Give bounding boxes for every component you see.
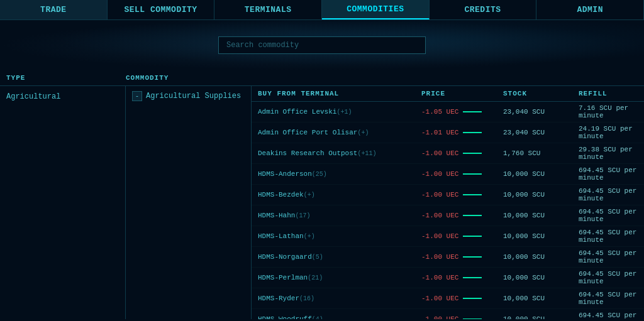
- nav-admin[interactable]: Admin: [536, 0, 644, 19]
- data-table: BUY FROM TERMINAL PRICE STOCK REFILL Adm…: [252, 86, 644, 319]
- nav-terminals[interactable]: Terminals: [214, 0, 322, 19]
- terminal-name: Admin Office Levski(+1): [258, 108, 421, 116]
- price-cell: -1.01 UEC: [421, 129, 503, 136]
- terminal-name: HDMS-Hahn(17): [258, 212, 421, 219]
- col-commodity-header: COMMODITY: [126, 74, 644, 82]
- stock-cell: 10,000 SCU: [503, 212, 579, 219]
- commodity-name-row: - Agricultural Supplies: [132, 91, 245, 101]
- table-row[interactable]: HDMS-Ryder(16) -1.00 UEC 10,000 SCU 694.…: [252, 288, 644, 309]
- table-row[interactable]: HDMS-Lathan(+) -1.00 UEC 10,000 SCU 694.…: [252, 226, 644, 247]
- terminal-name: HDMS-Woodruff(4): [258, 315, 421, 319]
- refill-cell: 7.16 SCU per minute: [579, 104, 638, 119]
- table-row[interactable]: Admin Office Levski(+1) -1.05 UEC 23,040…: [252, 102, 644, 122]
- stock-cell: 23,040 SCU: [503, 108, 579, 116]
- terminal-name: HDMS-Norgaard(5): [258, 253, 421, 261]
- stock-cell: 10,000 SCU: [503, 191, 579, 199]
- price-cell: -1.00 UEC: [421, 232, 503, 240]
- table-row[interactable]: HDMS-Bezdek(+) -1.00 UEC 10,000 SCU 694.…: [252, 185, 644, 205]
- terminal-name: HDMS-Anderson(25): [258, 170, 421, 178]
- stock-cell: 10,000 SCU: [503, 170, 579, 178]
- price-cell: -1.05 UEC: [421, 108, 503, 116]
- price-cell: -1.00 UEC: [421, 170, 503, 178]
- hero-area: [0, 20, 644, 70]
- stock-cell: 10,000 SCU: [503, 274, 579, 281]
- refill-cell: 694.45 SCU per minute: [579, 166, 638, 182]
- price-cell: -1.00 UEC: [421, 315, 503, 319]
- refill-cell: 694.45 SCU per minute: [579, 312, 638, 319]
- table-row[interactable]: Deakins Research Outpost(+11) -1.00 UEC …: [252, 143, 644, 164]
- nav-sell-commodity[interactable]: Sell Commodity: [108, 0, 215, 19]
- terminal-name: HDMS-Lathan(+): [258, 232, 421, 240]
- stock-cell: 23,040 SCU: [503, 129, 579, 136]
- sidebar-item-agricultural[interactable]: Agricultural: [6, 91, 119, 102]
- nav-commodities[interactable]: Commodities: [322, 0, 430, 19]
- commodity-panel: - Agricultural Supplies: [126, 86, 252, 319]
- price-cell: -1.00 UEC: [421, 191, 503, 199]
- refill-cell: 694.45 SCU per minute: [579, 187, 638, 202]
- main-content: Agricultural - Agricultural Supplies BUY…: [0, 86, 644, 319]
- refill-cell: 694.45 SCU per minute: [579, 291, 638, 306]
- table-row[interactable]: HDMS-Woodruff(4) -1.00 UEC 10,000 SCU 69…: [252, 309, 644, 319]
- buy-header-refill: REFILL: [579, 90, 638, 97]
- terminal-name: HDMS-Perlman(21): [258, 274, 421, 281]
- commodity-name-label: Agricultural Supplies: [146, 92, 241, 101]
- sidebar: Agricultural: [0, 86, 126, 319]
- buy-section-header: BUY FROM TERMINAL PRICE STOCK REFILL: [252, 86, 644, 102]
- price-cell: -1.00 UEC: [421, 212, 503, 219]
- price-cell: -1.00 UEC: [421, 150, 503, 157]
- price-cell: -1.00 UEC: [421, 274, 503, 281]
- nav-credits[interactable]: Credits: [430, 0, 537, 19]
- terminal-name: HDMS-Bezdek(+): [258, 191, 421, 199]
- buy-header-price: PRICE: [421, 90, 503, 97]
- table-row[interactable]: HDMS-Norgaard(5) -1.00 UEC 10,000 SCU 69…: [252, 247, 644, 268]
- col-type-header: TYPE: [0, 74, 126, 82]
- stock-cell: 10,000 SCU: [503, 232, 579, 240]
- refill-cell: 24.19 SCU per minute: [579, 125, 638, 140]
- nav-bar: Trade Sell Commodity Terminals Commoditi…: [0, 0, 644, 20]
- terminal-name: HDMS-Ryder(16): [258, 295, 421, 302]
- refill-cell: 694.45 SCU per minute: [579, 270, 638, 285]
- stock-cell: 10,000 SCU: [503, 315, 579, 319]
- search-input[interactable]: [218, 36, 426, 54]
- terminal-name: Deakins Research Outpost(+11): [258, 150, 421, 157]
- nav-trade[interactable]: Trade: [0, 0, 108, 19]
- stock-cell: 10,000 SCU: [503, 295, 579, 302]
- buy-header-name: BUY FROM TERMINAL: [258, 90, 421, 97]
- table-row[interactable]: HDMS-Hahn(17) -1.00 UEC 10,000 SCU 694.4…: [252, 205, 644, 226]
- stock-cell: 1,760 SCU: [503, 150, 579, 157]
- price-cell: -1.00 UEC: [421, 295, 503, 302]
- stock-cell: 10,000 SCU: [503, 253, 579, 261]
- expand-button[interactable]: -: [132, 91, 142, 101]
- buy-header-stock: STOCK: [503, 90, 579, 97]
- refill-cell: 694.45 SCU per minute: [579, 249, 638, 264]
- terminal-name: Admin Office Port Olisar(+): [258, 129, 421, 136]
- table-row[interactable]: HDMS-Perlman(21) -1.00 UEC 10,000 SCU 69…: [252, 268, 644, 288]
- price-cell: -1.00 UEC: [421, 253, 503, 261]
- table-row[interactable]: HDMS-Anderson(25) -1.00 UEC 10,000 SCU 6…: [252, 164, 644, 185]
- column-headers: TYPE COMMODITY: [0, 70, 644, 86]
- refill-cell: 29.38 SCU per minute: [579, 146, 638, 161]
- table-row[interactable]: Admin Office Port Olisar(+) -1.01 UEC 23…: [252, 122, 644, 143]
- refill-cell: 694.45 SCU per minute: [579, 229, 638, 244]
- refill-cell: 694.45 SCU per minute: [579, 208, 638, 223]
